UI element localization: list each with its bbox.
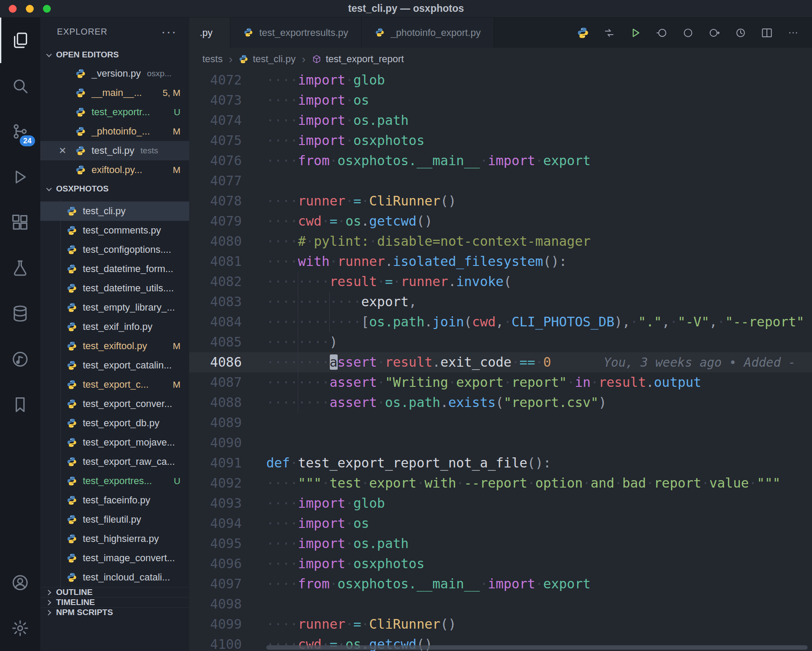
breadcrumb-item[interactable]: test_cli.py xyxy=(239,53,296,65)
python-file-icon xyxy=(67,264,77,274)
tree-item[interactable]: test_configoptions.... xyxy=(40,240,189,259)
search-icon[interactable] xyxy=(0,63,40,109)
code-line[interactable]: 4094····import·os xyxy=(189,513,812,534)
tree-item[interactable]: test_export_c...M xyxy=(40,375,189,394)
code-line[interactable]: 4097····from·osxphotos.__main__·import·e… xyxy=(189,574,812,594)
open-editor-item[interactable]: __main__...5, M xyxy=(40,83,189,103)
database-icon[interactable] xyxy=(0,291,40,336)
tree-item[interactable]: test_export_catalin... xyxy=(40,356,189,375)
section-outline[interactable]: OUTLINE xyxy=(40,587,189,597)
tab-test_exportresults.py[interactable]: test_exportresults.py xyxy=(230,18,362,48)
code-line[interactable]: 4084············[os.path.join(cwd,·CLI_P… xyxy=(189,312,812,332)
run-python-file-button[interactable] xyxy=(625,23,646,43)
code-line[interactable]: 4098 xyxy=(189,594,812,614)
settings-icon[interactable] xyxy=(0,605,40,651)
code-text: ····runner·=·CliRunner() xyxy=(266,614,456,634)
timeline-icon[interactable] xyxy=(731,23,751,43)
run-to-line-icon[interactable] xyxy=(652,23,672,43)
code-line[interactable]: 4091def·test_export_report_not_a_file(): xyxy=(189,453,812,473)
tree-item[interactable]: test_comments.py xyxy=(40,221,189,240)
code-line[interactable]: 4083············export, xyxy=(189,292,812,312)
breadcrumb-item[interactable]: test_export_report xyxy=(312,53,404,65)
tab-.py[interactable]: .py xyxy=(189,18,230,48)
tree-item[interactable]: test_export_raw_ca... xyxy=(40,452,189,471)
minimize-window-button[interactable] xyxy=(26,5,34,13)
close-window-button[interactable] xyxy=(9,5,17,13)
code-text: ····import·os.path xyxy=(266,110,409,131)
more-actions-icon[interactable]: ··· xyxy=(161,29,177,34)
tree-item[interactable]: test_exiftool.pyM xyxy=(40,336,189,356)
open-editor-item[interactable]: test_exportr...U xyxy=(40,103,189,122)
tree-item[interactable]: test_datetime_form... xyxy=(40,259,189,279)
python-extension-icon[interactable] xyxy=(573,23,593,43)
horizontal-scrollbar[interactable] xyxy=(266,645,808,650)
music-icon[interactable] xyxy=(0,336,40,382)
code-line[interactable]: 4087········assert·"Writing·export·repor… xyxy=(189,372,812,393)
code-line[interactable]: 4072····import·glob xyxy=(189,70,812,90)
tree-item[interactable]: test_image_convert... xyxy=(40,548,189,568)
source-control-icon[interactable]: 24 xyxy=(0,109,40,154)
tree-item[interactable]: test_empty_library_... xyxy=(40,298,189,317)
section-npm-scripts[interactable]: NPM SCRIPTS xyxy=(40,607,189,617)
tree-item[interactable]: test_export_db.py xyxy=(40,414,189,433)
open-editors-header[interactable]: OPEN EDITORS xyxy=(40,46,189,64)
open-changes-icon[interactable] xyxy=(599,23,619,43)
open-editor-item[interactable]: _photoinfo_...M xyxy=(40,122,189,141)
tree-item[interactable]: test_highsierra.py xyxy=(40,529,189,548)
code-editor[interactable]: 4072····import·glob4073····import·os4074… xyxy=(189,70,812,651)
code-line[interactable]: 4096····import·osxphotos xyxy=(189,554,812,574)
run-below-icon[interactable] xyxy=(704,23,724,43)
bookmark-icon[interactable] xyxy=(0,382,40,428)
file-name: test_cli.py xyxy=(83,205,126,217)
open-editor-item[interactable]: _version.pyosxp... xyxy=(40,64,189,83)
tree-item[interactable]: test_faceinfo.py xyxy=(40,491,189,510)
code-line[interactable]: 4081····with·runner.isolated_filesystem(… xyxy=(189,251,812,272)
code-line[interactable]: 4080····#·pylint:·disable=not-context-ma… xyxy=(189,231,812,251)
code-line[interactable]: 4092····"""·test·export·with·--report·op… xyxy=(189,473,812,493)
code-line[interactable]: 4082········result·=·runner.invoke( xyxy=(189,272,812,292)
code-line[interactable]: 4074····import·os.path xyxy=(189,110,812,131)
section-timeline[interactable]: TIMELINE xyxy=(40,597,189,607)
code-line[interactable]: 4079····cwd·=·os.getcwd() xyxy=(189,211,812,231)
breadcrumb-item[interactable]: tests xyxy=(202,53,222,65)
tree-item[interactable]: test_fileutil.py xyxy=(40,510,189,529)
tree-item[interactable]: test_export_mojave... xyxy=(40,433,189,452)
code-line[interactable]: 4095····import·os.path xyxy=(189,534,812,554)
tree-item[interactable]: test_incloud_catali... xyxy=(40,568,189,587)
tree-item[interactable]: test_cli.py xyxy=(40,202,189,221)
tree-item[interactable]: test_datetime_utils.... xyxy=(40,279,189,298)
code-line[interactable]: 4089 xyxy=(189,413,812,433)
tree-item[interactable]: test_exif_info.py xyxy=(40,317,189,336)
explorer-icon[interactable] xyxy=(0,18,40,63)
open-editor-item[interactable]: exiftool.py...M xyxy=(40,160,189,180)
extensions-icon[interactable] xyxy=(0,200,40,245)
code-line[interactable]: 4099····runner·=·CliRunner() xyxy=(189,614,812,634)
line-number: 4082 xyxy=(189,272,242,292)
code-line[interactable]: 4085········) xyxy=(189,332,812,352)
run-debug-icon[interactable] xyxy=(0,154,40,200)
code-line[interactable]: 4078····runner·=·CliRunner() xyxy=(189,191,812,211)
code-text: ····cwd·=·os.getcwd() xyxy=(266,211,432,231)
code-line[interactable]: 4088········assert·os.path.exists("repor… xyxy=(189,393,812,413)
code-line[interactable]: 4086········assert·result.exit_code·==·0… xyxy=(189,352,812,372)
testing-icon[interactable] xyxy=(0,245,40,291)
account-icon[interactable] xyxy=(0,560,40,605)
code-line[interactable]: 4090 xyxy=(189,433,812,453)
code-line[interactable]: 4076····from·osxphotos.__main__·import·e… xyxy=(189,151,812,171)
close-editor-icon[interactable]: ✕ xyxy=(59,145,67,156)
tree-item[interactable]: test_export_conver... xyxy=(40,394,189,414)
more-actions-button[interactable] xyxy=(783,23,803,43)
code-line[interactable]: 4093····import·glob xyxy=(189,493,812,513)
tab-_photoinfo_export.py[interactable]: _photoinfo_export.py xyxy=(362,18,494,48)
split-editor-button[interactable] xyxy=(757,23,777,43)
code-line[interactable]: 4073····import·os xyxy=(189,90,812,110)
indent-guide xyxy=(298,352,298,372)
line-number: 4099 xyxy=(189,614,242,634)
zoom-window-button[interactable] xyxy=(43,5,51,13)
open-editor-item[interactable]: ✕test_cli.pytests xyxy=(40,141,189,160)
code-line[interactable]: 4077 xyxy=(189,171,812,191)
record-icon[interactable] xyxy=(678,23,698,43)
code-line[interactable]: 4075····import·osxphotos xyxy=(189,131,812,151)
tree-item[interactable]: test_exportres...U xyxy=(40,471,189,491)
project-section-header[interactable]: OSXPHOTOS xyxy=(40,180,189,198)
